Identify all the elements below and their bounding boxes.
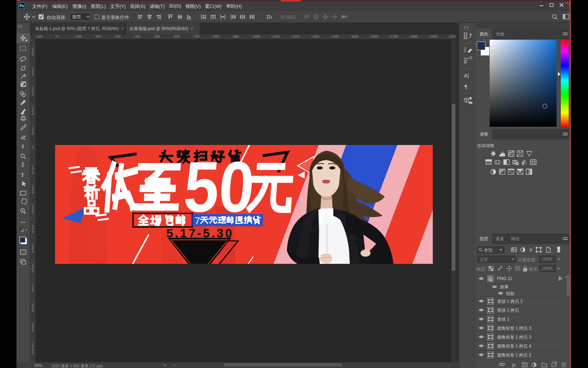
svg-text:0: 0 bbox=[32, 191, 34, 194]
svg-text:0: 0 bbox=[32, 289, 34, 293]
svg-text:1800: 1800 bbox=[411, 35, 418, 38]
svg-text:T: T bbox=[21, 172, 24, 178]
svg-text:1700: 1700 bbox=[391, 35, 398, 38]
svg-text:5.17-5.30: 5.17-5.30 bbox=[166, 226, 234, 240]
svg-text:1100: 1100 bbox=[273, 35, 280, 38]
svg-text:700: 700 bbox=[194, 35, 200, 38]
svg-text:0: 0 bbox=[32, 230, 34, 234]
svg-text:0: 0 bbox=[32, 92, 34, 96]
svg-text:0: 0 bbox=[32, 73, 34, 76]
svg-text:0: 0 bbox=[32, 112, 34, 116]
svg-text:0: 0 bbox=[32, 146, 34, 149]
svg-text:A|: A| bbox=[464, 72, 469, 78]
svg-text:0: 0 bbox=[32, 210, 34, 214]
svg-text:1400: 1400 bbox=[332, 35, 339, 38]
svg-text:T: T bbox=[529, 247, 533, 253]
svg-text:100: 100 bbox=[76, 35, 82, 38]
svg-text:200: 200 bbox=[96, 35, 101, 38]
svg-text:800: 800 bbox=[214, 35, 219, 38]
svg-text:1600: 1600 bbox=[371, 35, 378, 38]
svg-text:900: 900 bbox=[234, 35, 239, 38]
svg-text:0: 0 bbox=[32, 53, 34, 57]
svg-text:600: 600 bbox=[175, 35, 180, 38]
svg-text:100: 100 bbox=[37, 35, 42, 38]
svg-text:0: 0 bbox=[32, 270, 34, 273]
svg-text:0: 0 bbox=[32, 329, 34, 332]
svg-text:500: 500 bbox=[155, 35, 160, 38]
svg-text:0: 0 bbox=[32, 132, 34, 135]
svg-text:400: 400 bbox=[135, 35, 141, 38]
svg-text:0: 0 bbox=[57, 35, 58, 38]
svg-text:0: 0 bbox=[32, 250, 34, 253]
svg-text:fx: fx bbox=[512, 362, 516, 368]
svg-text:0: 0 bbox=[32, 309, 34, 313]
svg-text:1000: 1000 bbox=[253, 35, 260, 38]
svg-text:1200: 1200 bbox=[293, 35, 300, 38]
svg-text:1300: 1300 bbox=[312, 35, 319, 38]
svg-text:0: 0 bbox=[32, 171, 34, 175]
svg-text:1500: 1500 bbox=[352, 35, 359, 38]
svg-text:1900: 1900 bbox=[430, 35, 437, 38]
svg-text:300: 300 bbox=[116, 35, 121, 38]
svg-text:7: 7 bbox=[195, 215, 200, 226]
svg-text:¶: ¶ bbox=[465, 84, 467, 90]
svg-text:0: 0 bbox=[32, 351, 34, 355]
